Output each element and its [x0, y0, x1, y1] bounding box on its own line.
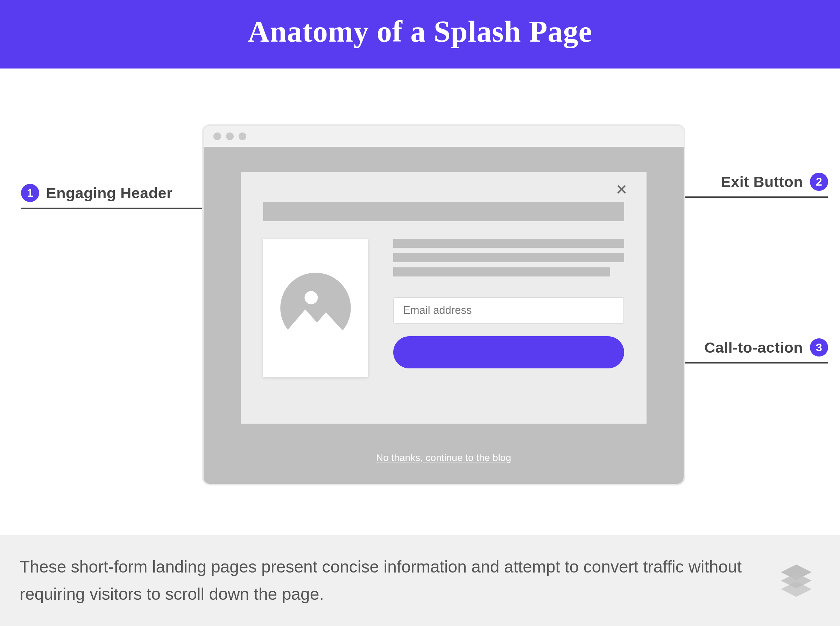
image-placeholder-icon [279, 271, 352, 344]
text-line-placeholder [393, 253, 624, 262]
splash-text-column [393, 239, 624, 377]
window-dot-icon [214, 133, 221, 140]
layers-icon [777, 561, 815, 601]
callout-number-2: 2 [810, 173, 828, 191]
close-icon[interactable]: ✕ [615, 182, 628, 197]
svg-point-1 [305, 291, 318, 304]
callout-label-2: Exit Button [721, 174, 803, 191]
callout-label-1: Engaging Header [46, 185, 173, 202]
footer-text: These short-form landing pages present c… [20, 553, 763, 608]
callout-number-1: 1 [21, 184, 39, 202]
skip-link[interactable]: No thanks, continue to the blog [204, 452, 684, 463]
window-dot-icon [239, 133, 246, 140]
splash-modal: ✕ [241, 172, 647, 424]
window-dot-icon [226, 133, 234, 140]
svg-marker-4 [781, 581, 812, 597]
text-line-placeholder [393, 268, 610, 277]
diagram-canvas: 1 Engaging Header 2 Exit Button 3 Call-t… [0, 69, 840, 537]
callout-number-3: 3 [810, 338, 828, 357]
image-placeholder-card [263, 239, 368, 377]
browser-window: ✕ [202, 124, 685, 485]
callout-engaging-header: 1 Engaging Header [21, 184, 173, 202]
footer: These short-form landing pages present c… [0, 535, 840, 626]
text-line-placeholder [393, 239, 624, 248]
splash-header-placeholder [263, 202, 624, 221]
browser-body: ✕ [204, 147, 684, 484]
browser-topbar [204, 126, 684, 147]
callout-label-3: Call-to-action [704, 339, 803, 356]
email-field[interactable] [393, 297, 624, 324]
callout-exit-button: 2 Exit Button [721, 173, 828, 191]
cta-button[interactable] [393, 336, 624, 368]
callout-cta: 3 Call-to-action [704, 338, 828, 357]
page-title: Anatomy of a Splash Page [0, 0, 840, 69]
